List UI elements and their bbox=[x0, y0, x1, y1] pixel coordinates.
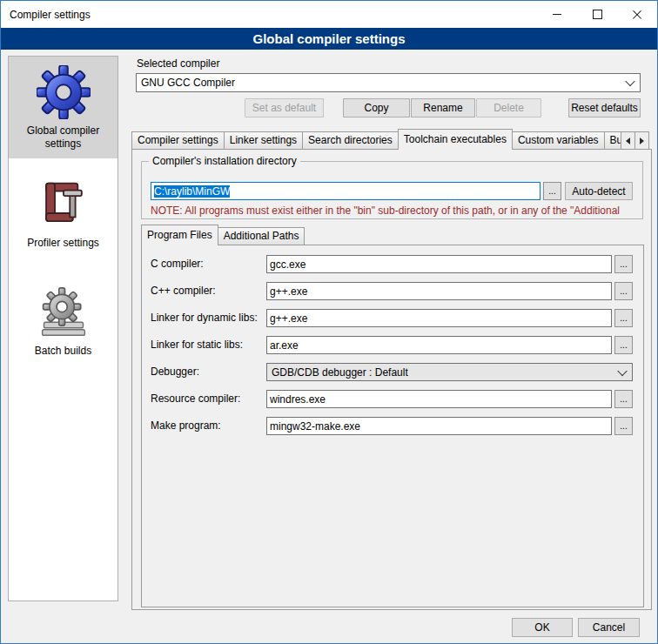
selected-compiler-dropdown[interactable]: GNU GCC Compiler bbox=[136, 73, 641, 92]
set-as-default-button[interactable]: Set as default bbox=[245, 98, 324, 117]
minimize-button[interactable] bbox=[537, 1, 577, 28]
maximize-icon bbox=[593, 10, 602, 19]
field-row: Linker for static libs: ... bbox=[142, 336, 643, 354]
tab-program-files[interactable]: Program Files bbox=[141, 225, 218, 245]
compiler-settings-window: Compiler settings Global compiler settin… bbox=[0, 0, 658, 644]
tab-scroll-left-button[interactable] bbox=[621, 131, 635, 150]
blue-gear-icon bbox=[37, 65, 91, 119]
program-files-panel: C compiler: ... C++ compiler: ... Linker… bbox=[141, 245, 644, 607]
copy-button[interactable]: Copy bbox=[343, 98, 410, 117]
linker-dynamic-browse-button[interactable]: ... bbox=[614, 309, 633, 327]
linker-dynamic-input[interactable] bbox=[266, 309, 612, 327]
tab-build-options[interactable]: Build bbox=[604, 131, 621, 149]
tab-additional-paths[interactable]: Additional Paths bbox=[218, 227, 306, 245]
linker-dynamic-label: Linker for dynamic libs: bbox=[151, 309, 258, 327]
sidebar-item-batch-builds[interactable]: Batch builds bbox=[9, 277, 118, 366]
window-title: Compiler settings bbox=[1, 9, 91, 21]
sidebar-item-profiler-settings[interactable]: Profiler settings bbox=[9, 169, 118, 258]
settings-tabstrip: Compiler settings Linker settings Search… bbox=[131, 129, 621, 150]
c-compiler-label: C compiler: bbox=[151, 255, 204, 273]
tab-search-directories[interactable]: Search directories bbox=[302, 131, 399, 149]
gray-gear-stack-icon bbox=[37, 285, 90, 339]
field-row: C compiler: ... bbox=[142, 255, 643, 273]
installation-directory-group: Compiler's installation directory C:\ray… bbox=[141, 161, 643, 219]
installation-directory-value: C:\raylib\MinGW bbox=[154, 185, 230, 198]
make-program-browse-button[interactable]: ... bbox=[614, 417, 633, 435]
minimize-icon bbox=[553, 14, 561, 15]
resource-compiler-browse-button[interactable]: ... bbox=[614, 390, 633, 408]
ok-button[interactable]: OK bbox=[512, 618, 573, 637]
field-row: Make program: ... bbox=[142, 417, 643, 435]
installation-directory-input[interactable]: C:\raylib\MinGW bbox=[151, 182, 540, 200]
c-compiler-browse-button[interactable]: ... bbox=[614, 255, 633, 273]
program-tabstrip: Program Files Additional Paths bbox=[141, 225, 489, 245]
window-controls bbox=[537, 1, 657, 28]
sidebar-item-label: Profiler settings bbox=[27, 237, 99, 250]
cpp-compiler-input[interactable] bbox=[266, 282, 612, 300]
sidebar-item-global-compiler-settings[interactable]: Global compiler settings bbox=[9, 57, 118, 158]
cancel-button[interactable]: Cancel bbox=[578, 618, 640, 637]
auto-detect-button[interactable]: Auto-detect bbox=[565, 182, 633, 200]
tab-linker-settings[interactable]: Linker settings bbox=[224, 131, 303, 149]
titlebar[interactable]: Compiler settings bbox=[1, 1, 657, 28]
installation-note: NOTE: All programs must exist either in … bbox=[151, 205, 641, 217]
reset-defaults-button[interactable]: Reset defaults bbox=[568, 98, 641, 117]
delete-button[interactable]: Delete bbox=[476, 98, 541, 117]
resource-compiler-input[interactable] bbox=[266, 390, 612, 408]
debugger-select[interactable]: GDB/CDB debugger : Default bbox=[266, 363, 633, 381]
chevron-down-icon bbox=[625, 77, 634, 86]
left-arrow-icon bbox=[626, 138, 630, 144]
resource-compiler-label: Resource compiler: bbox=[151, 390, 240, 408]
right-arrow-icon bbox=[640, 138, 644, 144]
cpp-compiler-browse-button[interactable]: ... bbox=[614, 282, 633, 300]
clamp-icon bbox=[38, 178, 89, 231]
cpp-compiler-label: C++ compiler: bbox=[151, 282, 216, 300]
linker-static-browse-button[interactable]: ... bbox=[614, 336, 633, 354]
rename-button[interactable]: Rename bbox=[411, 98, 475, 117]
make-program-label: Make program: bbox=[151, 417, 221, 435]
debugger-label: Debugger: bbox=[151, 363, 199, 381]
field-row: Resource compiler: ... bbox=[142, 390, 643, 408]
dialog-header: Global compiler settings bbox=[1, 28, 657, 50]
toolchain-executables-panel: Compiler's installation directory C:\ray… bbox=[131, 149, 652, 610]
chevron-down-icon bbox=[617, 366, 627, 375]
field-row: Linker for dynamic libs: ... bbox=[142, 309, 643, 327]
selected-compiler-label: Selected compiler bbox=[137, 57, 219, 70]
selected-compiler-value: GNU GCC Compiler bbox=[141, 77, 235, 89]
close-button[interactable] bbox=[617, 1, 657, 28]
c-compiler-input[interactable] bbox=[266, 255, 612, 273]
tab-scroll-right-button[interactable] bbox=[634, 131, 649, 150]
sidebar-item-label: Batch builds bbox=[35, 345, 91, 358]
tab-custom-variables[interactable]: Custom variables bbox=[512, 131, 605, 149]
linker-static-label: Linker for static libs: bbox=[151, 336, 243, 354]
category-sidebar: Global compiler settings Profiler settin… bbox=[8, 56, 118, 601]
debugger-selected-value: GDB/CDB debugger : Default bbox=[272, 366, 408, 379]
field-row: C++ compiler: ... bbox=[142, 282, 643, 300]
maximize-button[interactable] bbox=[577, 1, 617, 28]
installation-directory-browse-button[interactable]: ... bbox=[543, 182, 561, 200]
tab-compiler-settings[interactable]: Compiler settings bbox=[131, 131, 225, 149]
field-row: Debugger: GDB/CDB debugger : Default bbox=[142, 363, 643, 381]
installation-directory-group-title: Compiler's installation directory bbox=[149, 155, 300, 167]
tab-toolchain-executables[interactable]: Toolchain executables bbox=[398, 129, 513, 150]
make-program-input[interactable] bbox=[266, 417, 612, 435]
tab-scroll-buttons bbox=[621, 131, 649, 150]
linker-static-input[interactable] bbox=[266, 336, 612, 354]
sidebar-item-label: Global compiler settings bbox=[11, 124, 115, 151]
